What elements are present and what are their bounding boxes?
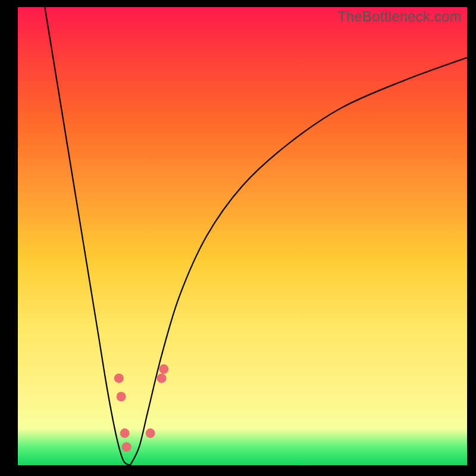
data-marker-dot	[146, 428, 155, 438]
data-marker-dot	[159, 364, 168, 374]
chart-plot	[18, 7, 467, 465]
curve-right	[130, 58, 467, 465]
data-marker-dot	[120, 428, 130, 438]
data-marker-pill	[112, 309, 119, 350]
data-marker-pill	[121, 401, 125, 424]
data-marker-pill	[153, 392, 159, 419]
data-marker-dot	[117, 392, 126, 402]
data-marker-dot	[157, 374, 167, 383]
data-marker-dot	[114, 374, 124, 383]
data-marker-dot	[122, 442, 131, 452]
